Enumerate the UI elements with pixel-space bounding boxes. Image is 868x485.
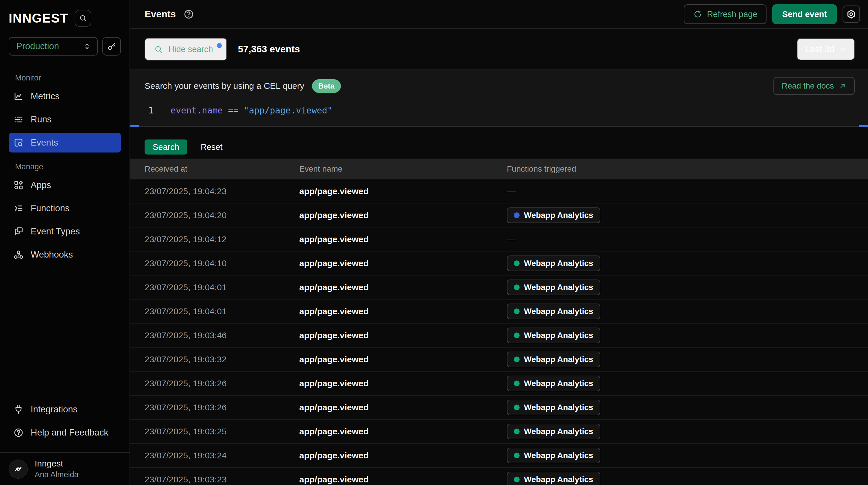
cell-received-at: 23/07/2025, 19:03:25 [145, 427, 299, 436]
table-row[interactable]: 23/07/2025, 19:04:23app/page.viewed— [130, 179, 868, 203]
cell-event-name: app/page.viewed [299, 354, 507, 364]
sidebar-item-integrations[interactable]: Integrations [9, 400, 121, 419]
panel-resize-handle-right[interactable] [859, 125, 868, 127]
cell-event-name: app/page.viewed [299, 475, 507, 484]
sidebar-nav: Monitor MetricsRunsEvents Manage AppsFun… [0, 66, 129, 268]
cell-received-at: 23/07/2025, 19:04:12 [145, 234, 299, 244]
read-the-docs-label: Read the docs [781, 81, 834, 91]
function-badge[interactable]: Webapp Analytics [507, 280, 600, 295]
cell-functions-triggered: Webapp Analytics [507, 400, 868, 415]
functions-icon [13, 203, 24, 213]
sidebar-item-help-and-feedback[interactable]: Help and Feedback [9, 423, 121, 443]
function-badge[interactable]: Webapp Analytics [507, 448, 600, 463]
sidebar-item-runs[interactable]: Runs [9, 110, 121, 130]
cell-functions-triggered: Webapp Analytics [507, 280, 868, 295]
function-badge[interactable]: Webapp Analytics [507, 400, 600, 415]
cell-received-at: 23/07/2025, 19:03:32 [145, 354, 299, 364]
hide-search-button[interactable]: Hide search [145, 38, 227, 60]
sidebar-item-label: Metrics [31, 91, 60, 102]
table-row[interactable]: 23/07/2025, 19:03:46app/page.viewedWebap… [130, 323, 868, 347]
search-button[interactable]: Search [145, 140, 187, 154]
sidebar-item-webhooks[interactable]: Webhooks [9, 245, 121, 264]
function-status-dot [514, 404, 520, 410]
code-operator: == [228, 105, 239, 115]
read-the-docs-button[interactable]: Read the docs [773, 77, 855, 95]
cell-received-at: 23/07/2025, 19:03:46 [145, 331, 299, 340]
external-link-icon [838, 82, 847, 90]
function-status-dot [514, 477, 520, 482]
function-badge[interactable]: Webapp Analytics [507, 256, 600, 271]
sidebar-item-metrics[interactable]: Metrics [9, 87, 121, 106]
function-status-dot [514, 356, 520, 362]
column-header-event-name: Event name [299, 164, 507, 174]
function-badge[interactable]: Webapp Analytics [507, 424, 600, 439]
sidebar-item-label: Events [31, 138, 58, 148]
table-row[interactable]: 23/07/2025, 19:04:12app/page.viewed— [130, 227, 868, 252]
metrics-icon [13, 91, 24, 102]
table-row[interactable]: 23/07/2025, 19:04:01app/page.viewedWebap… [130, 299, 868, 323]
send-event-button[interactable]: Send event [772, 4, 837, 24]
cell-received-at: 23/07/2025, 19:03:26 [145, 378, 299, 388]
main-content: Events Refresh page Send event Hide sear… [130, 0, 868, 485]
events-count: 57,363 events [238, 44, 300, 55]
environment-select[interactable]: Production [9, 37, 98, 56]
event-keys-button[interactable] [102, 37, 121, 56]
settings-button[interactable] [842, 5, 860, 23]
inngest-logo: INNGEST [9, 11, 68, 26]
function-name: Webapp Analytics [524, 451, 593, 460]
function-badge[interactable]: Webapp Analytics [507, 351, 600, 367]
function-name: Webapp Analytics [524, 403, 593, 412]
sidebar-search-button[interactable] [74, 10, 91, 27]
line-number: 1 [145, 105, 157, 115]
help-icon [13, 427, 24, 438]
table-row[interactable]: 23/07/2025, 19:03:26app/page.viewedWebap… [130, 372, 868, 396]
cell-event-name: app/page.viewed [299, 258, 507, 268]
sidebar-item-label: Help and Feedback [31, 427, 108, 438]
sidebar-item-label: Webhooks [31, 250, 73, 260]
function-badge[interactable]: Webapp Analytics [507, 376, 600, 391]
function-name: Webapp Analytics [524, 379, 593, 388]
sidebar-item-functions[interactable]: Functions [9, 199, 121, 218]
cel-query-code[interactable]: event.name == "app/page.viewed" [170, 105, 333, 115]
table-row[interactable]: 23/07/2025, 19:04:10app/page.viewedWebap… [130, 252, 868, 276]
function-status-dot [514, 309, 520, 314]
function-badge[interactable]: Webapp Analytics [507, 327, 600, 343]
table-row[interactable]: 23/07/2025, 19:03:26app/page.viewedWebap… [130, 396, 868, 420]
sidebar-item-label: Integrations [31, 404, 78, 415]
cel-query-editor[interactable]: 1 event.name == "app/page.viewed" [145, 105, 855, 115]
events-table-body: 23/07/2025, 19:04:23app/page.viewed—23/0… [130, 179, 868, 485]
cell-event-name: app/page.viewed [299, 402, 507, 412]
panel-resize-handle-left[interactable] [130, 125, 140, 127]
function-status-dot [514, 284, 520, 290]
cell-functions-triggered: Webapp Analytics [507, 376, 868, 391]
function-badge[interactable]: Webapp Analytics [507, 207, 600, 223]
table-row[interactable]: 23/07/2025, 19:03:23app/page.viewedWebap… [130, 468, 868, 485]
cell-functions-triggered: Webapp Analytics [507, 448, 868, 463]
inngest-mark-icon [13, 464, 24, 475]
function-name: Webapp Analytics [524, 475, 593, 484]
events-table: Received at Event name Functions trigger… [130, 159, 868, 485]
cell-functions-triggered: Webapp Analytics [507, 424, 868, 439]
refresh-page-button[interactable]: Refresh page [684, 4, 767, 24]
function-badge[interactable]: Webapp Analytics [507, 472, 600, 485]
table-row[interactable]: 23/07/2025, 19:03:25app/page.viewedWebap… [130, 420, 868, 444]
search-icon [154, 45, 163, 54]
sidebar-item-apps[interactable]: Apps [9, 175, 121, 195]
sidebar-item-events[interactable]: Events [9, 133, 121, 152]
hide-search-label: Hide search [168, 45, 218, 54]
page-help-icon[interactable] [183, 9, 194, 20]
function-badge[interactable]: Webapp Analytics [507, 304, 600, 319]
function-name: Webapp Analytics [524, 355, 593, 364]
profile-menu[interactable]: Inngest Ana Almeida [0, 452, 129, 485]
table-row[interactable]: 23/07/2025, 19:04:01app/page.viewedWebap… [130, 276, 868, 299]
cell-event-name: app/page.viewed [299, 378, 507, 388]
table-row[interactable]: 23/07/2025, 19:04:20app/page.viewedWebap… [130, 203, 868, 227]
cel-panel-heading: Search your events by using a CEL query [145, 81, 305, 91]
cell-functions-triggered: Webapp Analytics [507, 351, 868, 367]
function-name: Webapp Analytics [524, 331, 593, 340]
sidebar-item-event-types[interactable]: Event Types [9, 222, 121, 241]
table-row[interactable]: 23/07/2025, 19:03:24app/page.viewedWebap… [130, 444, 868, 468]
reset-button[interactable]: Reset [201, 142, 223, 152]
table-row[interactable]: 23/07/2025, 19:03:32app/page.viewedWebap… [130, 347, 868, 372]
time-range-select[interactable]: Last 3d [797, 38, 855, 60]
